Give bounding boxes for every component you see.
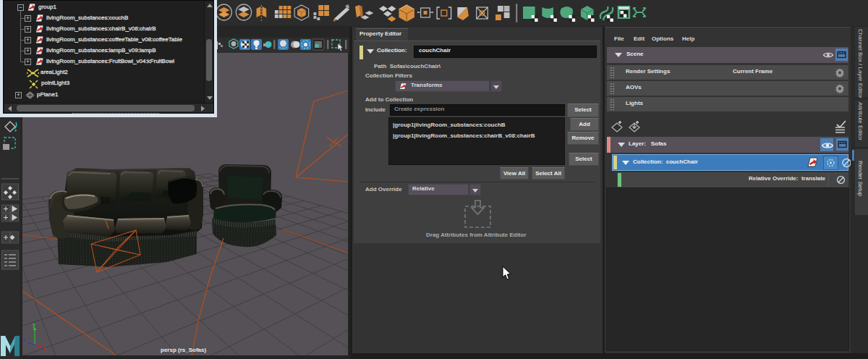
svg-text:x: x: [43, 346, 46, 351]
svg-text:z: z: [22, 337, 25, 342]
svg-text:persp (rs_Sofas): persp (rs_Sofas): [161, 347, 206, 353]
svg-text:y: y: [33, 322, 35, 328]
